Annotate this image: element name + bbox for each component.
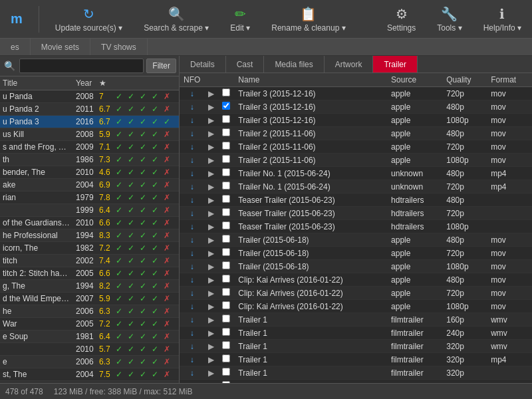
movie-row[interactable]: War 2005 7.2 ✓✓✓✓✗ xyxy=(0,318,179,331)
trailer-row[interactable]: ↓ ▶ Trailer 2 (2015-11-06) apple 720p mo… xyxy=(180,140,532,154)
trailer-play-icon[interactable]: ▶ xyxy=(204,260,218,273)
trailer-checkbox[interactable] xyxy=(218,273,234,287)
trailer-row[interactable]: ↓ ▶ Clip: Kai Arrives (2016-01-22) apple… xyxy=(180,300,532,313)
trailer-row[interactable]: ↓ ▶ Trailer 2 (2015-11-06) apple 480p mo… xyxy=(180,127,532,140)
update-sources-button[interactable]: ↻ Update source(s) ▾ xyxy=(50,3,128,35)
filter-button[interactable]: Filter xyxy=(146,59,176,73)
movie-row[interactable]: d the Wild Emperor 2007 5.9 ✓✓✓✓✗ xyxy=(0,293,179,305)
trailer-row[interactable]: ↓ ▶ Trailer 3 (2015-12-16) apple 1080p m… xyxy=(180,114,532,127)
trailer-nfo-icon[interactable]: ↓ xyxy=(180,340,204,353)
movie-row[interactable]: u Panda 3 2016 6.7 ✓✓✓✓✓ xyxy=(0,116,179,128)
trailer-play-icon[interactable]: ▶ xyxy=(204,233,218,247)
trailer-checkbox[interactable] xyxy=(218,220,234,233)
trailer-play-icon[interactable]: ▶ xyxy=(204,300,218,313)
tab-artwork[interactable]: Artwork xyxy=(325,56,374,72)
movie-row[interactable]: th 1986 7.3 ✓✓✓✓✗ xyxy=(0,154,179,166)
trailer-row[interactable]: ↓ ▶ Trailer (2015-06-18) apple 480p mov xyxy=(180,233,532,247)
movie-row[interactable]: of the Guardians: Th... 2010 6.6 ✓✓✓✓✗ xyxy=(0,217,179,229)
trailer-row[interactable]: ↓ ▶ Trailer 1 filmtrailer 400p wmv xyxy=(180,380,532,384)
movie-row[interactable]: us Kill 2008 5.9 ✓✓✓✓✗ xyxy=(0,128,179,141)
trailer-checkbox[interactable] xyxy=(218,207,234,220)
trailer-checkbox[interactable] xyxy=(218,194,234,207)
trailer-checkbox[interactable] xyxy=(218,233,234,247)
trailer-row[interactable]: ↓ ▶ Clip: Kai Arrives (2016-01-22) apple… xyxy=(180,287,532,300)
col-name[interactable]: Name xyxy=(234,73,387,87)
col-source[interactable]: Source xyxy=(387,73,442,87)
trailer-checkbox[interactable] xyxy=(218,380,234,384)
edit-button[interactable]: ✏ Edit ▾ xyxy=(225,3,255,35)
col-title[interactable]: Title xyxy=(0,76,73,90)
trailer-nfo-icon[interactable]: ↓ xyxy=(180,140,204,154)
trailer-checkbox[interactable] xyxy=(218,127,234,140)
col-year[interactable]: Year xyxy=(73,76,96,90)
movie-row[interactable]: s and the Frog, The 2009 7.1 ✓✓✓✓✗ xyxy=(0,141,179,154)
trailer-checkbox[interactable] xyxy=(218,167,234,180)
tab-es[interactable]: es xyxy=(0,39,31,55)
tab-cast[interactable]: Cast xyxy=(226,56,265,72)
trailer-checkbox[interactable] xyxy=(218,114,234,127)
trailer-play-icon[interactable]: ▶ xyxy=(204,114,218,127)
trailer-checkbox[interactable] xyxy=(218,366,234,380)
tools-button[interactable]: 🔧 Tools ▾ xyxy=(432,3,467,35)
trailer-nfo-icon[interactable]: ↓ xyxy=(180,260,204,273)
trailer-checkbox[interactable] xyxy=(218,87,234,100)
help-button[interactable]: ℹ Help/Info ▾ xyxy=(478,3,527,35)
movie-list[interactable]: Title Year ★ u Panda 2008 7 ✓✓✓✓✗ u Pand… xyxy=(0,76,179,383)
movie-row[interactable]: ake 2004 6.9 ✓✓✓✓✗ xyxy=(0,179,179,192)
trailer-play-icon[interactable]: ▶ xyxy=(204,340,218,353)
trailer-play-icon[interactable]: ▶ xyxy=(204,273,218,287)
rename-cleanup-button[interactable]: 📋 Rename & cleanup ▾ xyxy=(266,3,350,35)
trailer-checkbox[interactable] xyxy=(218,100,234,114)
trailer-row[interactable]: ↓ ▶ Trailer 1 filmtrailer 320p mp4 xyxy=(180,353,532,366)
movie-row[interactable]: icorn, The 1982 7.2 ✓✓✓✓✗ xyxy=(0,242,179,255)
trailer-nfo-icon[interactable]: ↓ xyxy=(180,154,204,167)
trailer-play-icon[interactable]: ▶ xyxy=(204,380,218,384)
tab-trailer[interactable]: Trailer xyxy=(373,56,418,72)
trailer-nfo-icon[interactable]: ↓ xyxy=(180,287,204,300)
tab-details[interactable]: Details xyxy=(180,56,226,72)
movie-row[interactable]: g, The 1994 8.2 ✓✓✓✓✗ xyxy=(0,280,179,293)
search-icon-button[interactable]: 🔍 xyxy=(3,59,17,72)
trailer-nfo-icon[interactable]: ↓ xyxy=(180,353,204,366)
trailer-checkbox[interactable] xyxy=(218,260,234,273)
trailer-checkbox[interactable] xyxy=(218,140,234,154)
trailer-play-icon[interactable]: ▶ xyxy=(204,327,218,340)
movie-row[interactable]: 1999 6.4 ✓✓✓✓✗ xyxy=(0,204,179,217)
trailer-checkbox[interactable] xyxy=(218,340,234,353)
trailer-nfo-icon[interactable]: ↓ xyxy=(180,313,204,327)
col-quality[interactable]: Quality xyxy=(442,73,487,87)
movie-row[interactable]: u Panda 2 2011 6.7 ✓✓✓✓✗ xyxy=(0,103,179,116)
trailer-play-icon[interactable]: ▶ xyxy=(204,154,218,167)
movie-row[interactable]: oscar 2005 6.8 ✓✓✓✓✗ xyxy=(0,381,179,384)
movie-row[interactable]: titch 2002 7.4 ✓✓✓✓✗ xyxy=(0,255,179,267)
trailer-row[interactable]: ↓ ▶ Trailer 1 filmtrailer 320p wmv xyxy=(180,340,532,353)
trailer-row[interactable]: ↓ ▶ Teaser Trailer (2015-06-23) hdtraile… xyxy=(180,220,532,233)
trailer-play-icon[interactable]: ▶ xyxy=(204,287,218,300)
trailer-checkbox[interactable] xyxy=(218,300,234,313)
trailer-play-icon[interactable]: ▶ xyxy=(204,220,218,233)
trailer-play-icon[interactable]: ▶ xyxy=(204,100,218,114)
trailer-row[interactable]: ↓ ▶ Trailer 3 (2015-12-16) apple 720p mo… xyxy=(180,87,532,100)
trailer-nfo-icon[interactable]: ↓ xyxy=(180,114,204,127)
trailer-play-icon[interactable]: ▶ xyxy=(204,127,218,140)
movie-row[interactable]: e 2006 6.3 ✓✓✓✓✗ xyxy=(0,356,179,368)
movie-row[interactable]: titch 2: Stitch has a ... 2005 6.6 ✓✓✓✓✗ xyxy=(0,267,179,280)
trailer-checkbox[interactable] xyxy=(218,287,234,300)
trailer-row[interactable]: ↓ ▶ Trailer 1 filmtrailer 320p xyxy=(180,366,532,380)
tab-tv-shows[interactable]: TV shows xyxy=(90,39,148,55)
trailer-checkbox[interactable] xyxy=(218,327,234,340)
movie-row[interactable]: bender, The 2010 4.6 ✓✓✓✓✗ xyxy=(0,166,179,179)
trailer-nfo-icon[interactable]: ↓ xyxy=(180,247,204,260)
settings-button[interactable]: ⚙ Settings xyxy=(382,3,421,35)
trailer-play-icon[interactable]: ▶ xyxy=(204,313,218,327)
trailer-row[interactable]: ↓ ▶ Trailer No. 1 (2015-06-24) unknown 4… xyxy=(180,167,532,180)
movie-row[interactable]: st, The 2004 7.5 ✓✓✓✓✗ xyxy=(0,368,179,381)
tab-movie-sets[interactable]: Movie sets xyxy=(31,39,90,55)
trailer-row[interactable]: ↓ ▶ Trailer 1 filmtrailer 160p wmv xyxy=(180,313,532,327)
search-input[interactable] xyxy=(19,59,144,73)
tab-media-files[interactable]: Media files xyxy=(264,56,324,72)
trailer-row[interactable]: ↓ ▶ Clip: Kai Arrives (2016-01-22) apple… xyxy=(180,273,532,287)
trailer-play-icon[interactable]: ▶ xyxy=(204,194,218,207)
movie-row[interactable]: 2010 5.7 ✓✓✓✓✗ xyxy=(0,343,179,356)
trailer-nfo-icon[interactable]: ↓ xyxy=(180,300,204,313)
